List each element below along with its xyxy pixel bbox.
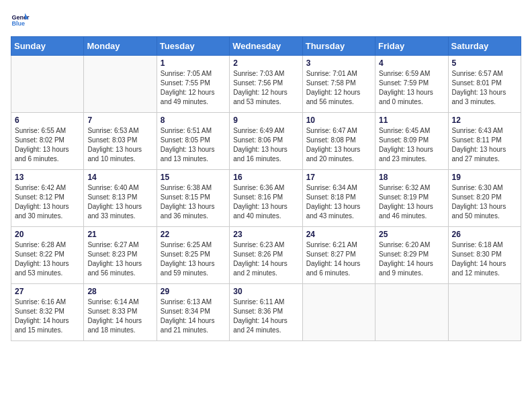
day-info: Sunrise: 6:11 AM Sunset: 8:36 PM Dayligh… [233, 298, 298, 335]
day-cell [302, 284, 375, 341]
svg-text:Blue: Blue [11, 20, 25, 27]
day-info: Sunrise: 6:53 AM Sunset: 8:03 PM Dayligh… [87, 126, 152, 164]
day-cell: 14Sunrise: 6:40 AM Sunset: 8:13 PM Dayli… [84, 170, 157, 227]
day-info: Sunrise: 6:18 AM Sunset: 8:30 PM Dayligh… [452, 240, 517, 278]
day-info: Sunrise: 6:21 AM Sunset: 8:27 PM Dayligh… [306, 240, 371, 278]
day-cell [84, 56, 157, 113]
weekday-header-wednesday: Wednesday [230, 37, 302, 56]
day-cell [448, 284, 521, 341]
day-number: 11 [379, 116, 444, 125]
weekday-header-friday: Friday [375, 37, 448, 56]
day-number: 18 [379, 173, 444, 182]
day-info: Sunrise: 6:55 AM Sunset: 8:02 PM Dayligh… [15, 126, 80, 164]
day-info: Sunrise: 6:14 AM Sunset: 8:33 PM Dayligh… [87, 298, 152, 335]
week-row-3: 13Sunrise: 6:42 AM Sunset: 8:12 PM Dayli… [11, 170, 521, 227]
day-cell: 13Sunrise: 6:42 AM Sunset: 8:12 PM Dayli… [11, 170, 84, 227]
day-number: 19 [452, 173, 517, 182]
day-info: Sunrise: 6:16 AM Sunset: 8:32 PM Dayligh… [15, 298, 80, 335]
day-info: Sunrise: 6:23 AM Sunset: 8:26 PM Dayligh… [233, 240, 298, 278]
day-number: 6 [15, 116, 80, 125]
weekday-header-monday: Monday [84, 37, 157, 56]
day-number: 20 [15, 230, 80, 239]
week-row-4: 20Sunrise: 6:28 AM Sunset: 8:22 PM Dayli… [11, 227, 521, 284]
weekday-header-saturday: Saturday [448, 37, 521, 56]
day-cell: 10Sunrise: 6:47 AM Sunset: 8:08 PM Dayli… [302, 113, 375, 170]
day-info: Sunrise: 6:34 AM Sunset: 8:18 PM Dayligh… [306, 183, 371, 221]
day-number: 24 [306, 230, 371, 239]
day-number: 22 [161, 230, 226, 239]
day-cell: 6Sunrise: 6:55 AM Sunset: 8:02 PM Daylig… [11, 113, 84, 170]
day-number: 27 [15, 287, 80, 296]
day-cell: 5Sunrise: 6:57 AM Sunset: 8:01 PM Daylig… [448, 56, 521, 113]
day-number: 28 [87, 287, 152, 296]
day-cell: 26Sunrise: 6:18 AM Sunset: 8:30 PM Dayli… [448, 227, 521, 284]
day-info: Sunrise: 6:47 AM Sunset: 8:08 PM Dayligh… [306, 126, 371, 164]
day-cell: 12Sunrise: 6:43 AM Sunset: 8:11 PM Dayli… [448, 113, 521, 170]
day-info: Sunrise: 7:01 AM Sunset: 7:58 PM Dayligh… [306, 69, 371, 107]
day-number: 15 [161, 173, 226, 182]
weekday-header-sunday: Sunday [11, 37, 84, 56]
day-cell: 2Sunrise: 7:03 AM Sunset: 7:56 PM Daylig… [230, 56, 302, 113]
week-row-1: 1Sunrise: 7:05 AM Sunset: 7:55 PM Daylig… [11, 56, 521, 113]
day-info: Sunrise: 6:32 AM Sunset: 8:19 PM Dayligh… [379, 183, 444, 221]
day-cell [11, 56, 84, 113]
day-info: Sunrise: 6:59 AM Sunset: 7:59 PM Dayligh… [379, 69, 444, 107]
day-info: Sunrise: 6:57 AM Sunset: 8:01 PM Dayligh… [452, 69, 517, 107]
day-number: 12 [452, 116, 517, 125]
day-number: 26 [452, 230, 517, 239]
day-number: 25 [379, 230, 444, 239]
day-info: Sunrise: 6:40 AM Sunset: 8:13 PM Dayligh… [87, 183, 152, 221]
day-cell: 27Sunrise: 6:16 AM Sunset: 8:32 PM Dayli… [11, 284, 84, 341]
day-number: 14 [87, 173, 152, 182]
day-number: 30 [233, 287, 298, 296]
day-cell: 8Sunrise: 6:51 AM Sunset: 8:05 PM Daylig… [157, 113, 229, 170]
day-cell: 9Sunrise: 6:49 AM Sunset: 8:06 PM Daylig… [230, 113, 302, 170]
day-info: Sunrise: 6:20 AM Sunset: 8:29 PM Dayligh… [379, 240, 444, 278]
day-cell [375, 284, 448, 341]
day-info: Sunrise: 6:49 AM Sunset: 8:06 PM Dayligh… [233, 126, 298, 164]
day-number: 9 [233, 116, 298, 125]
day-info: Sunrise: 6:28 AM Sunset: 8:22 PM Dayligh… [15, 240, 80, 278]
day-info: Sunrise: 6:30 AM Sunset: 8:20 PM Dayligh… [452, 183, 517, 221]
day-cell: 28Sunrise: 6:14 AM Sunset: 8:33 PM Dayli… [84, 284, 157, 341]
day-cell: 20Sunrise: 6:28 AM Sunset: 8:22 PM Dayli… [11, 227, 84, 284]
day-info: Sunrise: 6:43 AM Sunset: 8:11 PM Dayligh… [452, 126, 517, 164]
day-number: 3 [306, 58, 371, 68]
day-number: 5 [452, 58, 517, 68]
day-cell: 19Sunrise: 6:30 AM Sunset: 8:20 PM Dayli… [448, 170, 521, 227]
day-cell: 25Sunrise: 6:20 AM Sunset: 8:29 PM Dayli… [375, 227, 448, 284]
day-cell: 24Sunrise: 6:21 AM Sunset: 8:27 PM Dayli… [302, 227, 375, 284]
day-cell: 7Sunrise: 6:53 AM Sunset: 8:03 PM Daylig… [84, 113, 157, 170]
day-cell: 23Sunrise: 6:23 AM Sunset: 8:26 PM Dayli… [230, 227, 302, 284]
day-number: 7 [87, 116, 152, 125]
day-info: Sunrise: 6:13 AM Sunset: 8:34 PM Dayligh… [161, 298, 226, 335]
day-info: Sunrise: 6:36 AM Sunset: 8:16 PM Dayligh… [233, 183, 298, 221]
day-cell: 16Sunrise: 6:36 AM Sunset: 8:16 PM Dayli… [230, 170, 302, 227]
day-cell: 18Sunrise: 6:32 AM Sunset: 8:19 PM Dayli… [375, 170, 448, 227]
day-number: 16 [233, 173, 298, 182]
day-info: Sunrise: 6:25 AM Sunset: 8:25 PM Dayligh… [161, 240, 226, 278]
calendar-table: SundayMondayTuesdayWednesdayThursdayFrid… [11, 36, 521, 341]
weekday-header-row: SundayMondayTuesdayWednesdayThursdayFrid… [11, 37, 521, 56]
day-cell: 11Sunrise: 6:45 AM Sunset: 8:09 PM Dayli… [375, 113, 448, 170]
day-number: 2 [233, 58, 298, 68]
day-cell: 1Sunrise: 7:05 AM Sunset: 7:55 PM Daylig… [157, 56, 229, 113]
day-number: 21 [87, 230, 152, 239]
day-cell: 17Sunrise: 6:34 AM Sunset: 8:18 PM Dayli… [302, 170, 375, 227]
day-info: Sunrise: 7:05 AM Sunset: 7:55 PM Dayligh… [161, 69, 226, 107]
day-cell: 15Sunrise: 6:38 AM Sunset: 8:15 PM Dayli… [157, 170, 229, 227]
day-cell: 21Sunrise: 6:27 AM Sunset: 8:23 PM Dayli… [84, 227, 157, 284]
day-info: Sunrise: 6:51 AM Sunset: 8:05 PM Dayligh… [161, 126, 226, 164]
day-number: 29 [161, 287, 226, 296]
weekday-header-thursday: Thursday [302, 37, 375, 56]
week-row-2: 6Sunrise: 6:55 AM Sunset: 8:02 PM Daylig… [11, 113, 521, 170]
logo: General Blue [11, 11, 32, 30]
day-info: Sunrise: 6:45 AM Sunset: 8:09 PM Dayligh… [379, 126, 444, 164]
day-number: 8 [161, 116, 226, 125]
day-info: Sunrise: 6:38 AM Sunset: 8:15 PM Dayligh… [161, 183, 226, 221]
day-info: Sunrise: 6:42 AM Sunset: 8:12 PM Dayligh… [15, 183, 80, 221]
day-number: 23 [233, 230, 298, 239]
day-info: Sunrise: 6:27 AM Sunset: 8:23 PM Dayligh… [87, 240, 152, 278]
day-cell: 29Sunrise: 6:13 AM Sunset: 8:34 PM Dayli… [157, 284, 229, 341]
weekday-header-tuesday: Tuesday [157, 37, 229, 56]
